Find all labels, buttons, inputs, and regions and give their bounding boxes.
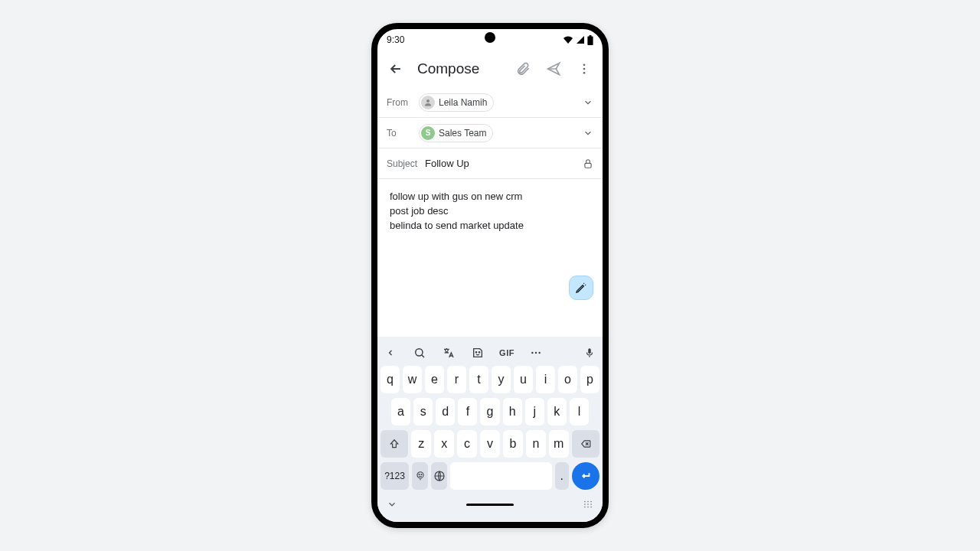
key-o[interactable]: o [558, 366, 577, 393]
compose-body[interactable]: follow up with gus on new crm post job d… [377, 179, 603, 308]
confidential-mode-icon[interactable] [583, 158, 593, 169]
key-c[interactable]: c [457, 430, 477, 458]
key-g[interactable]: g [480, 398, 499, 425]
back-button[interactable] [387, 60, 405, 78]
key-b[interactable]: b [503, 430, 523, 458]
svg-point-11 [417, 472, 423, 478]
kb-collapse-button[interactable] [387, 499, 397, 510]
signal-icon [576, 35, 585, 44]
key-t[interactable]: t [469, 366, 488, 393]
key-x[interactable]: x [434, 430, 454, 458]
chevron-down-icon [583, 128, 593, 139]
key-a[interactable]: a [391, 398, 410, 425]
svg-point-22 [587, 507, 589, 508]
key-e[interactable]: e [425, 366, 444, 393]
key-u[interactable]: u [514, 366, 533, 393]
key-k[interactable]: k [547, 398, 567, 425]
key-h[interactable]: h [503, 398, 522, 425]
app-bar: Compose [377, 51, 603, 87]
from-row[interactable]: From Leila Namih [377, 87, 603, 118]
svg-point-0 [583, 64, 586, 66]
to-chip[interactable]: S Sales Team [419, 124, 493, 142]
subject-label: Subject [387, 158, 425, 169]
body-line: post job desc [390, 204, 590, 219]
key-d[interactable]: d [436, 398, 455, 425]
translate-icon [443, 347, 455, 359]
key-v[interactable]: v [480, 430, 500, 458]
send-button[interactable] [544, 60, 563, 78]
subject-row[interactable]: Subject [377, 148, 603, 179]
to-avatar: S [421, 126, 435, 140]
emoji-key[interactable] [412, 462, 428, 490]
kb-gif-button[interactable]: GIF [500, 348, 514, 357]
svg-point-9 [535, 352, 537, 354]
chevron-left-icon [386, 348, 395, 357]
phone-frame: 9:30 Compose From Leila Namih [371, 23, 609, 528]
from-chip[interactable]: Leila Namih [419, 93, 494, 112]
svg-rect-4 [585, 163, 591, 168]
svg-point-1 [583, 68, 586, 70]
navigation-handle[interactable] [466, 504, 514, 506]
space-key[interactable] [450, 462, 551, 490]
key-y[interactable]: y [492, 366, 511, 393]
enter-key[interactable] [572, 462, 599, 490]
key-p[interactable]: p [580, 366, 599, 393]
svg-point-18 [584, 504, 586, 505]
from-name: Leila Namih [439, 97, 487, 108]
kb-more-button[interactable] [529, 347, 543, 359]
shift-icon [389, 439, 400, 449]
body-line: follow up with gus on new crm [390, 190, 590, 204]
key-j[interactable]: j [525, 398, 544, 425]
backspace-key[interactable] [572, 430, 599, 458]
svg-point-3 [426, 99, 430, 103]
key-i[interactable]: i [536, 366, 555, 393]
keyboard-keys: qwertyuiop asdfghjkl zxcvbnm ?123 . [377, 366, 603, 490]
numbers-key[interactable]: ?123 [381, 462, 409, 490]
emoji-icon [415, 471, 426, 481]
kb-translate-button[interactable] [442, 347, 456, 359]
key-r[interactable]: r [447, 366, 466, 393]
key-m[interactable]: m [549, 430, 569, 458]
to-expand-icon[interactable] [583, 128, 593, 139]
kb-grid-button[interactable] [583, 499, 593, 510]
key-q[interactable]: q [381, 366, 400, 393]
from-expand-icon[interactable] [583, 97, 593, 108]
shift-key[interactable] [381, 430, 408, 458]
kb-back-button[interactable] [384, 348, 397, 357]
kb-sticker-button[interactable] [471, 347, 485, 359]
globe-icon [433, 470, 446, 482]
svg-point-15 [584, 501, 586, 503]
subject-input[interactable] [425, 158, 554, 169]
attach-button[interactable] [514, 60, 532, 78]
key-z[interactable]: z [411, 430, 431, 458]
help-me-write-button[interactable] [569, 276, 593, 300]
on-screen-keyboard: GIF qwertyuiop asdfghjkl zxcvbnm ?123 [377, 337, 603, 522]
mic-icon [584, 347, 595, 359]
svg-point-13 [421, 474, 422, 474]
key-l[interactable]: l [570, 398, 589, 425]
front-camera [485, 32, 495, 43]
svg-point-20 [590, 504, 592, 505]
key-n[interactable]: n [526, 430, 546, 458]
kb-search-button[interactable] [413, 347, 426, 359]
search-icon [413, 347, 426, 359]
period-key[interactable]: . [555, 462, 570, 490]
key-f[interactable]: f [458, 398, 477, 425]
to-label: To [387, 128, 419, 139]
chevron-down-icon [387, 499, 397, 510]
from-avatar [421, 96, 435, 109]
key-s[interactable]: s [413, 398, 433, 425]
battery-icon [587, 35, 593, 45]
svg-point-2 [583, 72, 586, 74]
wifi-icon [563, 35, 573, 44]
key-w[interactable]: w [403, 366, 422, 393]
keyboard-footer [377, 494, 603, 514]
kb-mic-button[interactable] [583, 347, 596, 359]
more-button[interactable] [575, 60, 593, 78]
enter-icon [579, 469, 593, 483]
svg-point-21 [584, 507, 586, 508]
to-row[interactable]: To S Sales Team [377, 118, 603, 148]
attachment-icon [515, 61, 531, 77]
svg-point-19 [587, 504, 589, 505]
language-key[interactable] [431, 462, 447, 490]
